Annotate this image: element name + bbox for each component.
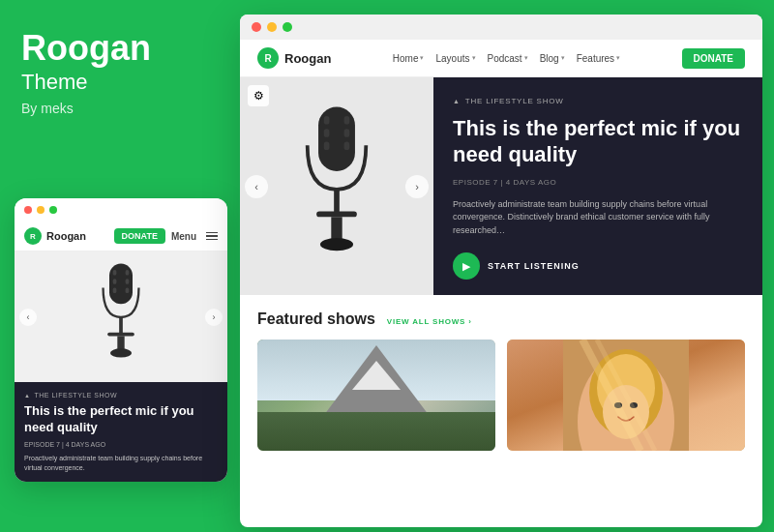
site-nav-links: Home ▾ Layouts ▾ Podcast ▾ Blog ▾ Featur… [393,53,620,64]
mobile-nav: R Roogan DONATE Menu [15,222,227,251]
mobile-nav-logo: R Roogan [24,227,86,245]
mobile-description: Proactively administrate team building s… [24,454,218,473]
featured-section: Featured shows VIEW ALL SHOWS › [240,295,762,466]
svg-rect-11 [318,106,355,170]
mobile-nav-buttons: DONATE Menu [114,228,218,244]
svg-rect-16 [344,129,350,137]
start-listening-button[interactable]: ▶ START LISTENING [453,252,743,280]
svg-rect-12 [324,116,330,125]
mobile-donate-button[interactable]: DONATE [114,228,165,244]
svg-rect-5 [126,279,130,284]
featured-title: Featured shows [257,310,375,328]
start-listening-label: START LISTENING [488,261,580,271]
mobile-mockup: R Roogan DONATE Menu [15,198,227,482]
hero-meta: EPISODE 7 | 4 DAYS AGO [453,178,743,187]
hero-prev-arrow[interactable]: ‹ [245,175,268,198]
svg-rect-3 [113,287,117,293]
mobile-top-bar [15,198,227,222]
nav-layouts[interactable]: Layouts ▾ [435,53,475,64]
brand-title: Roogan [21,29,216,68]
play-icon: ▶ [453,252,480,280]
hero-description: Proactively administrate team building s… [453,198,743,238]
svg-rect-2 [113,279,117,284]
svg-rect-8 [107,332,134,336]
svg-rect-18 [334,189,340,215]
site-nav: R Roogan Home ▾ Layouts ▾ Podcast ▾ Blog… [240,40,762,77]
browser-window: R Roogan Home ▾ Layouts ▾ Podcast ▾ Blog… [240,15,762,527]
nav-home[interactable]: Home ▾ [393,53,425,64]
svg-rect-19 [316,211,357,217]
brand-author: By meks [21,101,216,116]
svg-point-21 [320,238,353,251]
mobile-show-label: THE LIFESTYLE SHOW [24,392,218,399]
gear-icon[interactable]: ⚙ [248,85,269,106]
show-card-woman[interactable] [507,340,745,451]
svg-rect-17 [344,141,350,150]
svg-rect-0 [109,263,133,304]
mobile-content: THE LIFESTYLE SHOW This is the perfect m… [15,382,227,482]
hamburger-icon[interactable] [206,232,218,241]
svg-rect-13 [324,129,330,137]
main-donate-button[interactable]: DONATE [682,48,745,69]
brand-subtitle: Theme [21,70,216,95]
hero-text-area: THE LIFESTYLE SHOW This is the perfect m… [433,77,762,295]
browser-dot-yellow [267,22,277,32]
browser-dot-green [283,22,292,32]
show-cards [257,340,745,451]
featured-header: Featured shows VIEW ALL SHOWS › [257,310,745,328]
nav-features[interactable]: Features ▾ [577,53,620,64]
left-panel: Roogan Theme By meks R Roogan DONATE Men… [0,0,237,532]
svg-rect-4 [126,270,130,276]
nav-blog[interactable]: Blog ▾ [540,53,565,64]
nav-podcast[interactable]: Podcast ▾ [488,53,528,64]
mobile-episode-title: This is the perfect mic if you need qual… [24,403,218,436]
hero-next-arrow[interactable]: › [405,175,429,198]
mobile-hero-image: ‹ › [15,251,227,382]
site-logo-icon: R [257,47,279,69]
browser-top-bar [240,15,762,40]
hero-show-label: THE LIFESTYLE SHOW [453,97,743,105]
svg-rect-15 [344,116,350,125]
mobile-logo-circle: R [24,227,42,245]
view-all-shows-link[interactable]: VIEW ALL SHOWS › [387,317,472,326]
mobile-dot-green [49,206,57,214]
svg-rect-14 [324,141,330,150]
mobile-dot-yellow [37,206,45,214]
mobile-menu-label: Menu [171,231,196,242]
site-logo: R Roogan [257,47,331,69]
hero-image-area: ⚙ ‹ › [240,77,433,295]
show-card-mountain[interactable] [257,340,495,451]
mobile-prev-arrow[interactable]: ‹ [19,309,37,326]
mobile-meta: EPISODE 7 | 4 DAYS AGO [24,441,218,448]
browser-dot-red [252,22,261,32]
svg-point-10 [110,348,132,357]
mobile-next-arrow[interactable]: › [205,309,223,326]
svg-rect-6 [126,287,130,293]
svg-rect-1 [113,270,117,276]
mobile-dot-red [24,206,32,214]
hero-section: ⚙ ‹ › THE LIFESTYLE SHOW This is the [240,77,762,295]
hero-episode-title: This is the perfect mic if you need qual… [453,115,743,168]
